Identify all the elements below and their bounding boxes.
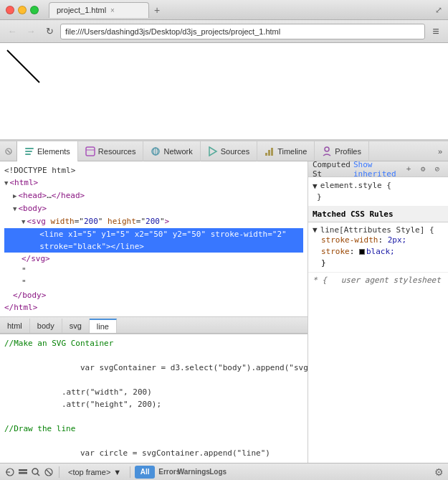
close-window-button[interactable] xyxy=(6,6,14,14)
browser-tab-active[interactable]: project_1.html × xyxy=(49,2,149,18)
source-tab-svg[interactable]: svg xyxy=(62,319,90,333)
line-attributes-selector: line[Attributes Style] { xyxy=(320,225,434,235)
page-area: Elements Resources Network Sources Timel… xyxy=(0,43,448,463)
dom-panel: <!DOCTYPE html> ▼<html> ▶<head>…</head> … xyxy=(0,161,308,463)
console-line3: .attr("height", 200); xyxy=(4,398,303,410)
console-comment2: //Draw the line xyxy=(4,423,303,435)
element-style-panel: ▼ element.style { } xyxy=(308,177,448,207)
console-line2: .attr("width", 200) xyxy=(4,386,303,398)
line-attributes-style-rule: ▼ line[Attributes Style] { stroke-width:… xyxy=(308,222,448,273)
stack-icon xyxy=(17,466,29,478)
rule-close: } xyxy=(313,258,444,269)
source-tab-line[interactable]: line xyxy=(90,319,117,333)
dom-line-body[interactable]: ▼<body> xyxy=(4,202,303,215)
dom-line-html-close: </html> xyxy=(4,301,303,314)
source-tabs: html body svg line xyxy=(0,316,308,334)
filter-warnings-button[interactable]: Warnings xyxy=(184,466,204,479)
devtools-tab-sources[interactable]: Sources xyxy=(201,141,257,161)
console-line4: var circle = svgContainer.append("line") xyxy=(4,435,303,463)
source-tab-html[interactable]: html xyxy=(0,319,30,333)
dom-line-body-close: </body> xyxy=(4,289,303,301)
address-text: file:///Users/dashingd3js/Desktop/d3js_p… xyxy=(65,27,280,36)
devtools-more-button[interactable]: » xyxy=(432,141,448,161)
stroke-width-prop: stroke-width: 2px; xyxy=(313,235,444,246)
dom-line-line-2[interactable]: stroke="black"></line> xyxy=(4,240,303,253)
dom-line-line-1[interactable]: <line x1="5" y1="5" x2="50" y2="50" stro… xyxy=(4,228,303,240)
stroke-prop: stroke: black; xyxy=(313,246,444,258)
styles-computed-title: Computed St xyxy=(313,161,351,179)
console-comment1: //Make an SVG Container xyxy=(4,337,303,349)
stop-icon[interactable] xyxy=(43,466,54,478)
styles-header: Computed St Show inherited + ⚙ ⊘ xyxy=(308,161,448,177)
svg-rect-14 xyxy=(271,148,273,156)
devtools-tab-sources-label: Sources xyxy=(221,147,249,156)
nav-bar: ← → ↻ file:///Users/dashingd3js/Desktop/… xyxy=(0,20,448,43)
user-agent-rule: * { user agent stylesheet xyxy=(308,273,448,288)
browser-menu-button[interactable]: ≡ xyxy=(428,24,444,39)
devtools-tab-timeline-label: Timeline xyxy=(277,147,307,156)
devtools-tab-network[interactable]: Network xyxy=(143,141,200,161)
minimize-window-button[interactable] xyxy=(18,6,27,14)
tab-close-button[interactable]: × xyxy=(110,6,115,14)
element-style-header: element.style { xyxy=(320,180,391,192)
svg-point-15 xyxy=(325,147,329,151)
filter-all-button[interactable]: All xyxy=(135,466,155,479)
status-bar: <top frame> ▼ All Errors Warnings Logs ⚙ xyxy=(0,463,448,480)
styles-settings-icon[interactable]: ⊘ xyxy=(431,163,444,176)
node-icon xyxy=(4,466,16,478)
svg-line-0 xyxy=(7,50,39,83)
page-viewport xyxy=(0,43,448,140)
browser-frame: project_1.html × + ⤢ ← → ↻ file:///Users… xyxy=(0,0,448,480)
svg-marker-11 xyxy=(209,147,216,156)
new-tab-button[interactable]: + xyxy=(149,2,165,18)
filter-errors-button[interactable]: Errors xyxy=(159,466,179,479)
svg-rect-13 xyxy=(268,150,270,156)
title-bar: project_1.html × + ⤢ xyxy=(0,0,448,20)
refresh-button[interactable]: ↻ xyxy=(42,24,57,39)
styles-panel: Computed St Show inherited + ⚙ ⊘ ▼ eleme… xyxy=(308,161,448,463)
matched-css-rules-header: Matched CSS Rules xyxy=(308,207,448,222)
dom-line-head[interactable]: ▶<head>…</head> xyxy=(4,189,303,202)
window-resize-button[interactable]: ⤢ xyxy=(435,5,442,15)
forward-button[interactable]: → xyxy=(23,24,39,39)
tab-area: project_1.html × + xyxy=(49,2,431,18)
stroke-color-swatch xyxy=(359,249,365,255)
search-icon[interactable] xyxy=(30,466,42,478)
styles-add-button[interactable]: + xyxy=(402,163,415,176)
dom-line-text2: " xyxy=(4,277,303,289)
dom-line-svg[interactable]: ▼<svg width="200" height="200"> xyxy=(4,215,303,228)
status-divider xyxy=(59,466,59,478)
console-area: //Make an SVG Container var svgContainer… xyxy=(0,334,308,463)
status-divider-2 xyxy=(130,466,130,478)
svg-point-20 xyxy=(32,469,38,474)
styles-gear-icon[interactable]: ⚙ xyxy=(416,163,429,176)
traffic-lights xyxy=(6,6,39,14)
filter-logs-button[interactable]: Logs xyxy=(208,466,228,479)
devtools-tab-profiles-label: Profiles xyxy=(335,147,361,156)
frame-selector[interactable]: <top frame> ▼ xyxy=(64,466,125,479)
svg-rect-12 xyxy=(265,153,267,156)
back-button[interactable]: ← xyxy=(4,24,20,39)
svg-rect-18 xyxy=(19,469,27,471)
status-left xyxy=(4,466,54,478)
devtools-main: <!DOCTYPE html> ▼<html> ▶<head>…</head> … xyxy=(0,161,448,463)
svg-line-23 xyxy=(47,470,51,474)
console-content: //Make an SVG Container var svgContainer… xyxy=(0,334,308,463)
devtools-tab-profiles[interactable]: Profiles xyxy=(315,141,369,161)
svg-line-21 xyxy=(37,474,39,476)
element-style-close: } xyxy=(313,192,444,203)
console-line1: var svgContainer = d3.select("body").app… xyxy=(4,349,303,386)
status-gear-button[interactable]: ⚙ xyxy=(434,466,444,478)
dom-line-svg-close: </svg> xyxy=(4,253,303,265)
show-inherited-link[interactable]: Show inherited xyxy=(353,161,399,179)
maximize-window-button[interactable] xyxy=(30,6,39,14)
address-bar[interactable]: file:///Users/dashingd3js/Desktop/d3js_p… xyxy=(60,24,425,39)
devtools-tab-timeline[interactable]: Timeline xyxy=(257,141,315,161)
svg-drawing xyxy=(4,47,147,190)
dom-line-text1: " xyxy=(4,265,303,277)
svg-rect-19 xyxy=(19,472,27,474)
source-tab-body[interactable]: body xyxy=(30,319,62,333)
tab-title: project_1.html xyxy=(57,6,106,14)
console-blank xyxy=(4,410,303,423)
devtools-tab-network-label: Network xyxy=(163,147,192,156)
